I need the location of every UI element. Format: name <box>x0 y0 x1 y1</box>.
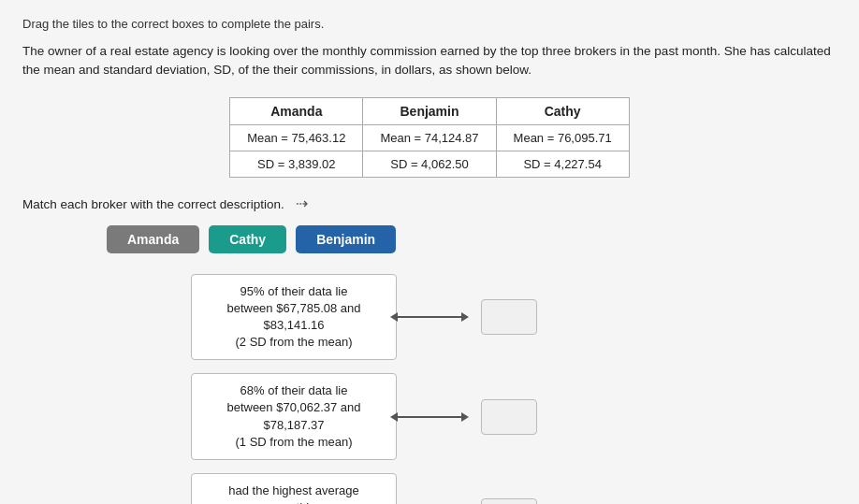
desc-68-line2: between $70,062.37 and $78,187.37 <box>226 400 360 431</box>
tile-amanda[interactable]: Amanda <box>107 225 199 253</box>
col-header-cathy: Cathy <box>496 97 629 124</box>
col-header-benjamin: Benjamin <box>363 97 496 124</box>
tile-benjamin[interactable]: Benjamin <box>296 225 396 253</box>
desc-68-line3: (1 SD from the mean) <box>236 435 353 449</box>
match-area: 95% of their data lie between $67,785.08… <box>191 274 837 505</box>
arrow-68pct <box>397 416 481 418</box>
stats-table: Amanda Benjamin Cathy Mean = 75,463.12 M… <box>229 97 630 178</box>
drop-box-highest[interactable] <box>481 498 537 504</box>
stats-table-container: Amanda Benjamin Cathy Mean = 75,463.12 M… <box>22 97 837 178</box>
table-row-mean: Mean = 75,463.12 Mean = 74,124.87 Mean =… <box>230 124 630 151</box>
description-box-highest: had the highest average monthly commissi… <box>191 473 397 504</box>
match-row-highest: had the highest average monthly commissi… <box>191 473 837 504</box>
match-instruction: Match each broker with the correct descr… <box>22 194 837 212</box>
cathy-sd: SD = 4,227.54 <box>496 151 629 177</box>
col-header-amanda: Amanda <box>230 97 363 124</box>
table-row-sd: SD = 3,839.02 SD = 4,062.50 SD = 4,227.5… <box>230 151 630 177</box>
description-box-68pct: 68% of their data lie between $70,062.37… <box>191 373 397 460</box>
amanda-mean: Mean = 75,463.12 <box>230 124 363 151</box>
tile-cathy[interactable]: Cathy <box>209 225 286 253</box>
cursor-icon: ⇢ <box>296 194 308 212</box>
arrow-line-95pct <box>397 316 462 318</box>
arrow-95pct <box>397 316 481 318</box>
amanda-sd: SD = 3,839.02 <box>230 151 363 177</box>
match-row-95pct: 95% of their data lie between $67,785.08… <box>191 274 837 361</box>
arrow-line-68pct <box>397 416 462 418</box>
desc-68-line1: 68% of their data lie <box>240 383 348 397</box>
benjamin-sd: SD = 4,062.50 <box>363 151 496 177</box>
cathy-mean: Mean = 76,095.71 <box>496 124 629 151</box>
desc-95-line3: (2 SD from the mean) <box>236 335 353 349</box>
description-box-95pct: 95% of their data lie between $67,785.08… <box>191 274 397 361</box>
drag-instruction: Drag the tiles to the correct boxes to c… <box>22 17 837 31</box>
desc-highest-line1: had the highest average monthly <box>228 483 359 504</box>
benjamin-mean: Mean = 74,124.87 <box>363 124 496 151</box>
tiles-container: Amanda Cathy Benjamin <box>107 225 837 253</box>
drop-box-95pct[interactable] <box>481 299 537 335</box>
desc-95-line2: between $67,785.08 and $83,141.16 <box>226 301 360 332</box>
match-row-68pct: 68% of their data lie between $70,062.37… <box>191 373 837 460</box>
drop-box-68pct[interactable] <box>481 399 537 435</box>
desc-95-line1: 95% of their data lie <box>240 284 348 298</box>
problem-description: The owner of a real estate agency is loo… <box>22 42 837 80</box>
